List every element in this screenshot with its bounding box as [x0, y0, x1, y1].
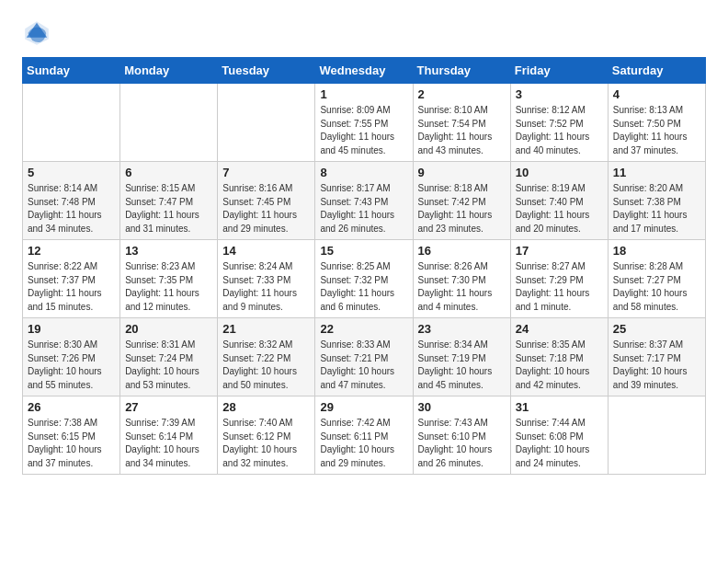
- calendar-cell: 27Sunrise: 7:39 AM Sunset: 6:14 PM Dayli…: [120, 396, 218, 475]
- day-info: Sunrise: 8:20 AM Sunset: 7:38 PM Dayligh…: [613, 182, 700, 236]
- day-number: 7: [222, 166, 310, 179]
- day-number: 12: [28, 244, 115, 258]
- calendar-cell: 10Sunrise: 8:19 AM Sunset: 7:40 PM Dayli…: [510, 162, 608, 240]
- calendar-cell: 24Sunrise: 8:35 AM Sunset: 7:18 PM Dayli…: [510, 318, 608, 396]
- day-info: Sunrise: 8:18 AM Sunset: 7:42 PM Dayligh…: [418, 182, 506, 236]
- calendar-cell: 3Sunrise: 8:12 AM Sunset: 7:52 PM Daylig…: [510, 84, 608, 162]
- calendar-cell: 6Sunrise: 8:15 AM Sunset: 7:47 PM Daylig…: [120, 162, 218, 240]
- day-number: 26: [28, 400, 115, 414]
- calendar-week-row: 12Sunrise: 8:22 AM Sunset: 7:37 PM Dayli…: [23, 240, 706, 318]
- day-number: 18: [613, 244, 700, 258]
- day-number: 1: [320, 87, 407, 101]
- calendar-cell: 12Sunrise: 8:22 AM Sunset: 7:37 PM Dayli…: [23, 240, 120, 318]
- day-info: Sunrise: 7:44 AM Sunset: 6:08 PM Dayligh…: [516, 417, 603, 470]
- calendar-weekday-sunday: Sunday: [23, 58, 120, 84]
- day-number: 3: [516, 87, 603, 101]
- logo-icon: [22, 18, 51, 48]
- day-number: 30: [418, 400, 506, 414]
- day-number: 2: [418, 87, 506, 101]
- calendar-cell: [23, 84, 120, 162]
- calendar-week-row: 19Sunrise: 8:30 AM Sunset: 7:26 PM Dayli…: [23, 318, 706, 396]
- calendar-cell: 1Sunrise: 8:09 AM Sunset: 7:55 PM Daylig…: [315, 84, 413, 162]
- day-number: 14: [222, 244, 310, 258]
- calendar-weekday-monday: Monday: [120, 58, 218, 84]
- calendar-cell: 8Sunrise: 8:17 AM Sunset: 7:43 PM Daylig…: [315, 162, 413, 240]
- day-number: 29: [320, 400, 407, 414]
- calendar-header-row: SundayMondayTuesdayWednesdayThursdayFrid…: [23, 58, 706, 84]
- calendar-weekday-friday: Friday: [510, 58, 608, 84]
- day-number: 8: [320, 166, 407, 179]
- day-info: Sunrise: 8:10 AM Sunset: 7:54 PM Dayligh…: [418, 104, 506, 157]
- calendar-weekday-tuesday: Tuesday: [218, 58, 315, 84]
- calendar-week-row: 26Sunrise: 7:38 AM Sunset: 6:15 PM Dayli…: [23, 396, 706, 475]
- day-info: Sunrise: 8:37 AM Sunset: 7:17 PM Dayligh…: [613, 339, 700, 392]
- day-number: 10: [516, 166, 603, 179]
- day-number: 24: [516, 322, 603, 336]
- calendar-cell: 9Sunrise: 8:18 AM Sunset: 7:42 PM Daylig…: [413, 162, 510, 240]
- day-number: 22: [320, 322, 407, 336]
- calendar-cell: [608, 396, 705, 475]
- day-info: Sunrise: 8:30 AM Sunset: 7:26 PM Dayligh…: [28, 339, 115, 392]
- day-info: Sunrise: 7:42 AM Sunset: 6:11 PM Dayligh…: [320, 417, 407, 470]
- calendar-cell: 29Sunrise: 7:42 AM Sunset: 6:11 PM Dayli…: [315, 396, 413, 475]
- calendar-cell: 5Sunrise: 8:14 AM Sunset: 7:48 PM Daylig…: [23, 162, 120, 240]
- day-info: Sunrise: 7:38 AM Sunset: 6:15 PM Dayligh…: [28, 417, 115, 470]
- day-info: Sunrise: 8:16 AM Sunset: 7:45 PM Dayligh…: [222, 182, 310, 236]
- day-number: 5: [28, 166, 115, 179]
- day-info: Sunrise: 7:39 AM Sunset: 6:14 PM Dayligh…: [125, 417, 212, 470]
- calendar-cell: 4Sunrise: 8:13 AM Sunset: 7:50 PM Daylig…: [608, 84, 705, 162]
- day-info: Sunrise: 8:12 AM Sunset: 7:52 PM Dayligh…: [516, 104, 603, 157]
- header: [22, 18, 706, 48]
- day-info: Sunrise: 7:40 AM Sunset: 6:12 PM Dayligh…: [222, 417, 310, 470]
- day-info: Sunrise: 8:22 AM Sunset: 7:37 PM Dayligh…: [28, 260, 115, 314]
- day-info: Sunrise: 8:15 AM Sunset: 7:47 PM Dayligh…: [125, 182, 212, 236]
- calendar-cell: 2Sunrise: 8:10 AM Sunset: 7:54 PM Daylig…: [413, 84, 510, 162]
- calendar-weekday-wednesday: Wednesday: [315, 58, 413, 84]
- day-number: 31: [516, 400, 603, 414]
- day-info: Sunrise: 8:32 AM Sunset: 7:22 PM Dayligh…: [222, 339, 310, 392]
- calendar-cell: 19Sunrise: 8:30 AM Sunset: 7:26 PM Dayli…: [23, 318, 120, 396]
- day-number: 11: [613, 166, 700, 179]
- calendar-cell: 31Sunrise: 7:44 AM Sunset: 6:08 PM Dayli…: [510, 396, 608, 475]
- calendar-week-row: 5Sunrise: 8:14 AM Sunset: 7:48 PM Daylig…: [23, 162, 706, 240]
- calendar-cell: 23Sunrise: 8:34 AM Sunset: 7:19 PM Dayli…: [413, 318, 510, 396]
- calendar-cell: [218, 84, 315, 162]
- day-number: 9: [418, 166, 506, 179]
- calendar-cell: 26Sunrise: 7:38 AM Sunset: 6:15 PM Dayli…: [23, 396, 120, 475]
- day-info: Sunrise: 8:26 AM Sunset: 7:30 PM Dayligh…: [418, 260, 506, 314]
- day-number: 21: [222, 322, 310, 336]
- calendar-cell: 18Sunrise: 8:28 AM Sunset: 7:27 PM Dayli…: [608, 240, 705, 318]
- day-info: Sunrise: 7:43 AM Sunset: 6:10 PM Dayligh…: [418, 417, 506, 470]
- day-info: Sunrise: 8:19 AM Sunset: 7:40 PM Dayligh…: [516, 182, 603, 236]
- calendar-cell: 17Sunrise: 8:27 AM Sunset: 7:29 PM Dayli…: [510, 240, 608, 318]
- calendar-week-row: 1Sunrise: 8:09 AM Sunset: 7:55 PM Daylig…: [23, 84, 706, 162]
- day-info: Sunrise: 8:25 AM Sunset: 7:32 PM Dayligh…: [320, 260, 407, 314]
- day-number: 19: [28, 322, 115, 336]
- day-info: Sunrise: 8:31 AM Sunset: 7:24 PM Dayligh…: [125, 339, 212, 392]
- calendar-cell: 22Sunrise: 8:33 AM Sunset: 7:21 PM Dayli…: [315, 318, 413, 396]
- calendar: SundayMondayTuesdayWednesdayThursdayFrid…: [22, 57, 706, 475]
- calendar-cell: 14Sunrise: 8:24 AM Sunset: 7:33 PM Dayli…: [218, 240, 315, 318]
- day-info: Sunrise: 8:09 AM Sunset: 7:55 PM Dayligh…: [320, 104, 407, 157]
- day-number: 28: [222, 400, 310, 414]
- calendar-cell: 20Sunrise: 8:31 AM Sunset: 7:24 PM Dayli…: [120, 318, 218, 396]
- calendar-weekday-saturday: Saturday: [608, 58, 705, 84]
- day-info: Sunrise: 8:17 AM Sunset: 7:43 PM Dayligh…: [320, 182, 407, 236]
- day-number: 15: [320, 244, 407, 258]
- day-number: 23: [418, 322, 506, 336]
- day-info: Sunrise: 8:23 AM Sunset: 7:35 PM Dayligh…: [125, 260, 212, 314]
- day-info: Sunrise: 8:33 AM Sunset: 7:21 PM Dayligh…: [320, 339, 407, 392]
- calendar-cell: 16Sunrise: 8:26 AM Sunset: 7:30 PM Dayli…: [413, 240, 510, 318]
- day-info: Sunrise: 8:24 AM Sunset: 7:33 PM Dayligh…: [222, 260, 310, 314]
- day-number: 25: [613, 322, 700, 336]
- day-info: Sunrise: 8:34 AM Sunset: 7:19 PM Dayligh…: [418, 339, 506, 392]
- day-number: 27: [125, 400, 212, 414]
- calendar-cell: 11Sunrise: 8:20 AM Sunset: 7:38 PM Dayli…: [608, 162, 705, 240]
- day-number: 4: [613, 87, 700, 101]
- calendar-cell: 25Sunrise: 8:37 AM Sunset: 7:17 PM Dayli…: [608, 318, 705, 396]
- day-number: 20: [125, 322, 212, 336]
- calendar-weekday-thursday: Thursday: [413, 58, 510, 84]
- day-info: Sunrise: 8:13 AM Sunset: 7:50 PM Dayligh…: [613, 104, 700, 157]
- day-number: 13: [125, 244, 212, 258]
- calendar-cell: [120, 84, 218, 162]
